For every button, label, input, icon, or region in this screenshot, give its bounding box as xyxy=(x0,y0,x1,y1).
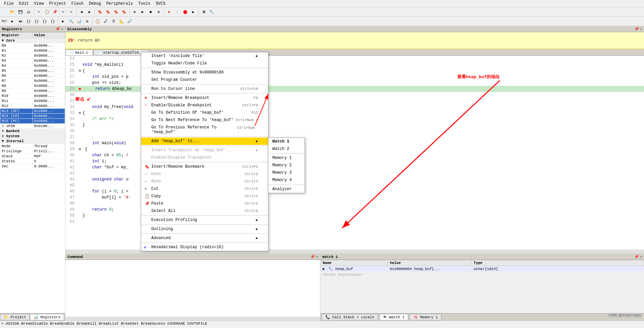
btn-misc1[interactable]: ⚙ xyxy=(131,8,138,16)
expand-icon[interactable]: ▶ xyxy=(323,267,325,271)
btn-debug2[interactable]: 🔍 xyxy=(67,18,75,25)
watch-memory-2[interactable]: Memory 2 xyxy=(268,162,305,169)
ctx-enable-bp[interactable]: ○ Enable/Disable Breakpoint Ctrl+F9 xyxy=(141,102,268,109)
menu-peripherals[interactable]: Peripherals xyxy=(104,1,136,7)
btn-debug-stop[interactable]: ○ xyxy=(173,8,181,16)
ctx-cut[interactable]: ✂ Cut Ctrl+X xyxy=(141,185,268,193)
ctx-redo[interactable]: ↪ Redo Ctrl+Y xyxy=(141,178,268,185)
watch-row-enter[interactable]: <Enter expression> xyxy=(321,272,644,278)
btn-step[interactable]: ▶ xyxy=(9,18,16,25)
command-close-icon[interactable]: ✕ xyxy=(316,255,318,259)
btn-dbg3[interactable]: 📊 xyxy=(75,18,83,25)
watch-close-icon[interactable]: ✕ xyxy=(640,255,642,259)
reg-mode[interactable]: Mode xyxy=(0,144,33,149)
btn-settings[interactable]: 🔧 xyxy=(208,8,215,16)
btn-debug-run[interactable]: ● xyxy=(165,8,173,16)
btn-undo[interactable]: ↩ xyxy=(59,8,67,16)
command-hscroll[interactable] xyxy=(65,317,320,321)
tab-watch1[interactable]: 👁 Watch 1 xyxy=(379,314,408,320)
btn-misc3[interactable]: ■ xyxy=(147,8,154,16)
command-content[interactable] xyxy=(65,260,320,317)
menu-flash[interactable]: Flash xyxy=(69,1,86,7)
ctx-goto-def[interactable]: Go To Definition Of 'heap_buf' F12 xyxy=(141,109,268,116)
ctx-toggle-header[interactable]: Toggle Header/Code File xyxy=(141,60,268,67)
btn-bookmark1[interactable]: 🔖 xyxy=(96,8,104,16)
command-pin-icon[interactable]: 📌 xyxy=(310,255,315,259)
menu-edit[interactable]: Edit xyxy=(16,1,32,7)
btn-cut[interactable]: ✂ xyxy=(35,8,43,16)
ctx-paste[interactable]: 📌 Paste Ctrl+V xyxy=(141,200,268,207)
registers-pin-icon[interactable]: 📌 xyxy=(55,27,60,31)
btn-bookmark3[interactable]: 🔖 xyxy=(112,8,120,16)
ctx-goto-next[interactable]: Go To Next Reference To 'heap_buf' Ctrl+… xyxy=(141,116,268,124)
reg-R5[interactable]: R5 xyxy=(0,68,33,73)
group-system[interactable]: + System xyxy=(0,134,65,139)
reg-R4[interactable]: R4 xyxy=(0,63,33,68)
btn-misc6[interactable]: 🖊 xyxy=(102,18,109,25)
menu-debug[interactable]: Debug xyxy=(86,1,104,7)
btn-debug-reset[interactable]: ⬤ xyxy=(181,8,189,16)
ctx-insert-trace[interactable]: Insert Tracepoint at 'heap_buf'... ▶ xyxy=(141,147,268,154)
menu-svcs[interactable]: SVCS xyxy=(153,1,168,7)
btn-misc2[interactable]: ▶ xyxy=(139,8,146,16)
reg-xPSR[interactable]: + xPSR xyxy=(0,124,33,129)
ctx-goto-prev[interactable]: Go To Previous Reference To 'heap_buf' C… xyxy=(141,124,268,136)
watch-memory-4[interactable]: Memory 4 xyxy=(268,176,305,184)
btn-redo[interactable]: ↪ xyxy=(67,8,75,16)
watch-cell-expand[interactable]: ▶ 🔧 heap_buf xyxy=(321,266,388,272)
btn-stepover[interactable]: ⏭ xyxy=(17,18,24,25)
menu-file[interactable]: File xyxy=(1,1,16,7)
btn-open[interactable]: 📂 xyxy=(9,8,16,16)
reg-R11[interactable]: R11 xyxy=(0,99,33,104)
reg-R7[interactable]: R7 xyxy=(0,78,33,84)
btn-brace1[interactable]: {} xyxy=(25,18,32,25)
ctx-exec-profiling[interactable]: Execution Profiling ▶ xyxy=(141,216,268,224)
watch-memory-1[interactable]: Memory 1 xyxy=(268,154,305,162)
reg-R0[interactable]: R0 xyxy=(0,43,33,48)
ctx-insert-include[interactable]: Insert '#include file' ▶ xyxy=(141,52,268,60)
btn-forward[interactable]: ▶ xyxy=(86,8,93,16)
btn-new[interactable]: 📄 xyxy=(1,8,8,16)
ctx-set-pc[interactable]: Set Program Counter xyxy=(141,76,268,84)
btn-save-all[interactable]: 🗂 xyxy=(25,8,32,16)
ctx-outlining[interactable]: Outlining ▶ xyxy=(141,225,268,233)
tab-registers[interactable]: 📊 Registers xyxy=(30,314,64,320)
btn-bookmark4[interactable]: 🔖 xyxy=(120,8,128,16)
watch-analyzer[interactable]: Analyzer xyxy=(268,185,305,193)
ctx-show-disasm[interactable]: Show Disassembly at 0x08000186 xyxy=(141,69,268,76)
ctx-copy[interactable]: 📋 Copy Ctrl+C xyxy=(141,193,268,200)
watch-pin-icon[interactable]: 📌 xyxy=(634,255,639,259)
reg-R14[interactable]: R14 (LR) xyxy=(0,114,33,119)
tab-project[interactable]: 📁 Project xyxy=(0,314,30,320)
reg-R12[interactable]: R12 xyxy=(0,104,33,109)
btn-misc5[interactable]: 📋 xyxy=(94,18,101,25)
menu-tools[interactable]: Tools xyxy=(136,1,153,7)
ctx-select-all[interactable]: Select All Ctrl+A xyxy=(141,207,268,215)
reg-privilege[interactable]: Privilege xyxy=(0,149,33,154)
btn-debug-misc[interactable]: ▶ xyxy=(190,8,197,16)
disassembly-pin-icon[interactable]: 📌 xyxy=(634,27,639,31)
watch-item-1[interactable]: Watch 1 xyxy=(268,138,305,145)
reg-R13[interactable]: R13 (SP) xyxy=(0,109,33,114)
reg-R6[interactable]: R6 xyxy=(0,73,33,78)
btn-brace4[interactable]: {} xyxy=(49,18,56,25)
reg-sec[interactable]: Sec xyxy=(0,164,33,169)
reg-R10[interactable]: R10 xyxy=(0,94,33,99)
ctx-bookmark[interactable]: 🔖 Insert/Remove Bookmark Ctrl+F2 xyxy=(141,163,268,170)
btn-misc4[interactable]: ⚙ xyxy=(155,8,162,16)
ctx-add-to[interactable]: Add 'heap_buf' to... ▶ Watch 1 Watch 2 M… xyxy=(141,138,268,145)
reg-states[interactable]: States xyxy=(0,159,33,164)
ctx-advanced[interactable]: Advanced ▶ xyxy=(141,234,268,242)
btn-brace3[interactable]: {} xyxy=(41,18,48,25)
btn-bookmark2[interactable]: 🔖 xyxy=(104,8,112,16)
reg-R2[interactable]: R2 xyxy=(0,53,33,58)
reg-stack[interactable]: Stack xyxy=(0,154,33,159)
reg-R8[interactable]: R8 xyxy=(0,84,33,89)
disassembly-close-icon[interactable]: ✕ xyxy=(640,27,642,31)
menu-project[interactable]: Project xyxy=(46,1,68,7)
reg-R9[interactable]: R9 xyxy=(0,89,33,94)
registers-close-icon[interactable]: ✕ xyxy=(61,27,63,31)
watch-memory-3[interactable]: Memory 3 xyxy=(268,169,305,176)
tab-callstack[interactable]: 📞 Call Stack + Locals xyxy=(322,314,378,320)
btn-copy[interactable]: 📋 xyxy=(43,8,51,16)
